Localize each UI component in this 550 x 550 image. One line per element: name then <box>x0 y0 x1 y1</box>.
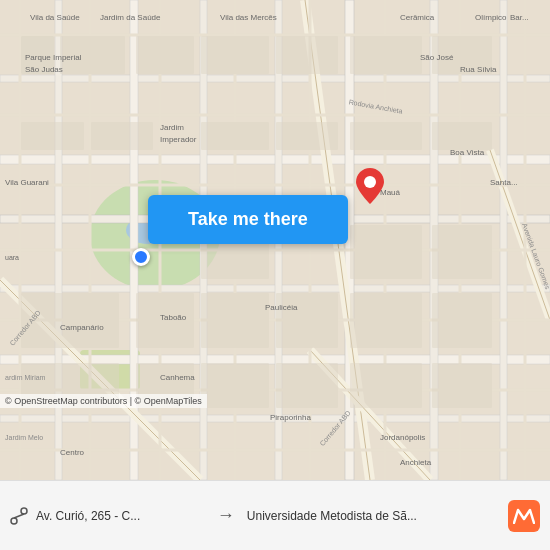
svg-text:Piraporinha: Piraporinha <box>270 413 311 422</box>
osm-attribution: © OpenStreetMap contributors | © OpenMap… <box>0 394 207 408</box>
route-origin-label: Av. Curió, 265 - C... <box>36 509 205 523</box>
svg-rect-58 <box>201 293 269 348</box>
svg-rect-48 <box>91 122 153 150</box>
svg-point-101 <box>21 508 27 514</box>
svg-rect-66 <box>350 363 422 408</box>
svg-text:Canhema: Canhema <box>160 373 195 382</box>
destination-pin <box>356 168 384 204</box>
svg-rect-61 <box>432 293 492 348</box>
svg-text:ardim Miriam: ardim Miriam <box>5 374 46 381</box>
svg-point-99 <box>364 176 376 188</box>
svg-text:Rua Sílvia: Rua Sílvia <box>460 65 497 74</box>
svg-rect-47 <box>21 122 84 150</box>
origin-marker <box>132 248 150 266</box>
svg-text:Jordanópolis: Jordanópolis <box>380 433 425 442</box>
svg-text:uara: uara <box>5 254 19 261</box>
svg-rect-54 <box>350 225 422 279</box>
svg-text:Jardim: Jardim <box>160 123 184 132</box>
svg-rect-64 <box>201 363 269 408</box>
svg-rect-44 <box>276 36 338 74</box>
svg-rect-42 <box>136 36 194 74</box>
moovit-logo <box>508 500 540 532</box>
svg-text:Paulicéia: Paulicéia <box>265 303 298 312</box>
svg-rect-49 <box>201 122 269 150</box>
svg-text:Vila da Saúde: Vila da Saúde <box>30 13 80 22</box>
svg-rect-65 <box>276 363 338 408</box>
svg-text:Taboão: Taboão <box>160 313 187 322</box>
svg-text:Jardim da Saúde: Jardim da Saúde <box>100 13 161 22</box>
svg-rect-43 <box>201 36 269 74</box>
svg-text:Imperador: Imperador <box>160 135 197 144</box>
svg-rect-55 <box>432 225 492 279</box>
svg-rect-51 <box>350 122 422 150</box>
svg-rect-67 <box>432 363 492 408</box>
bottom-navigation-bar: Av. Curió, 265 - C... → Universidade Met… <box>0 480 550 550</box>
svg-rect-45 <box>350 36 422 74</box>
svg-text:Bar...: Bar... <box>510 13 529 22</box>
route-icon <box>10 507 28 525</box>
svg-text:São Judas: São Judas <box>25 65 63 74</box>
svg-line-102 <box>14 514 24 518</box>
svg-text:São José: São José <box>420 53 454 62</box>
route-destination-label: Universidade Metodista de Sã... <box>247 509 500 523</box>
svg-text:Campanário: Campanário <box>60 323 104 332</box>
svg-text:Olímpico: Olímpico <box>475 13 507 22</box>
take-me-there-button[interactable]: Take me there <box>148 195 348 244</box>
svg-text:Santa...: Santa... <box>490 178 518 187</box>
svg-text:Cerâmica: Cerâmica <box>400 13 435 22</box>
svg-text:Anchieta: Anchieta <box>400 458 432 467</box>
svg-text:Boa Vista: Boa Vista <box>450 148 485 157</box>
svg-rect-59 <box>276 293 338 348</box>
svg-text:Vila das Mercês: Vila das Mercês <box>220 13 277 22</box>
moovit-logo-mark <box>508 500 540 532</box>
svg-rect-50 <box>276 122 338 150</box>
svg-point-100 <box>11 518 17 524</box>
svg-rect-52 <box>432 122 492 150</box>
svg-rect-16 <box>500 0 507 480</box>
svg-text:Parque Imperial: Parque Imperial <box>25 53 82 62</box>
svg-rect-60 <box>350 293 422 348</box>
svg-text:Jardim Melo: Jardim Melo <box>5 434 43 441</box>
svg-text:Vila Guarani: Vila Guarani <box>5 178 49 187</box>
map-view: Vila da Saúde Jardim da Saúde Vila das M… <box>0 0 550 480</box>
route-arrow-icon: → <box>213 505 239 526</box>
svg-text:Centro: Centro <box>60 448 85 457</box>
